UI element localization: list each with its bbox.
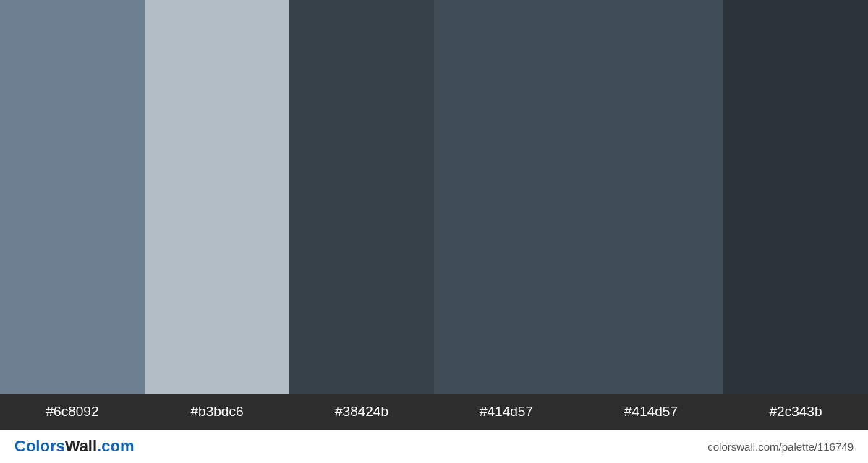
brand-logo: ColorsWall.com — [14, 437, 134, 456]
hex-label: #2c343b — [723, 394, 868, 430]
swatch-row — [0, 0, 868, 394]
hex-label: #6c8092 — [0, 394, 145, 430]
hex-label-row: #6c8092 #b3bdc6 #38424b #414d57 #414d57 … — [0, 394, 868, 430]
color-swatch — [145, 0, 289, 394]
palette-permalink: colorswall.com/palette/116749 — [707, 441, 854, 453]
brand-part-wall: Wall — [65, 437, 97, 455]
footer: ColorsWall.com colorswall.com/palette/11… — [0, 430, 868, 463]
hex-label: #414d57 — [434, 394, 579, 430]
palette: #6c8092 #b3bdc6 #38424b #414d57 #414d57 … — [0, 0, 868, 430]
hex-label: #b3bdc6 — [145, 394, 289, 430]
color-swatch — [434, 0, 579, 394]
hex-label: #414d57 — [579, 394, 723, 430]
color-swatch — [579, 0, 723, 394]
color-swatch — [289, 0, 434, 394]
brand-part-dotcom: .com — [97, 437, 134, 455]
hex-label: #38424b — [289, 394, 434, 430]
color-swatch — [0, 0, 145, 394]
brand-part-colors: Colors — [14, 437, 65, 455]
color-swatch — [723, 0, 868, 394]
